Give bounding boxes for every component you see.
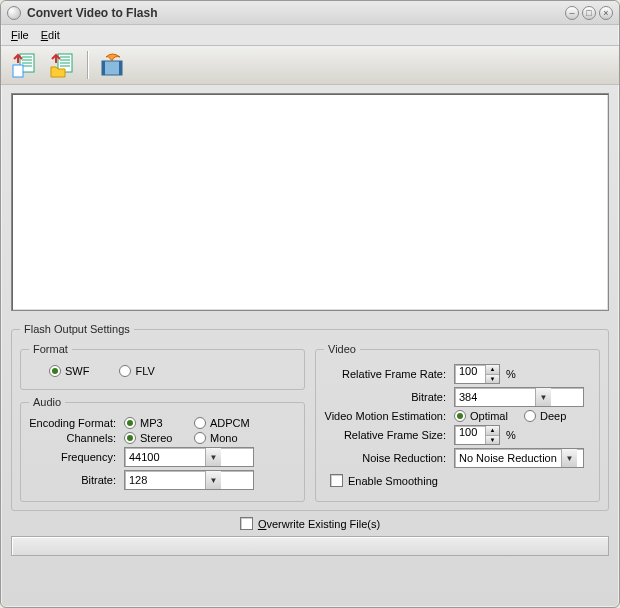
framerate-label: Relative Frame Rate: bbox=[324, 368, 454, 380]
encoding-adpcm-label: ADPCM bbox=[210, 417, 250, 429]
framerate-value: 100 bbox=[455, 365, 485, 383]
spin-down-icon[interactable]: ▼ bbox=[486, 375, 499, 384]
format-flv-label: FLV bbox=[135, 365, 154, 377]
svg-rect-5 bbox=[13, 65, 23, 77]
app-window: Convert Video to Flash – □ × File Edit bbox=[0, 0, 620, 608]
add-file-button[interactable] bbox=[9, 49, 41, 81]
output-settings-legend: Flash Output Settings bbox=[20, 323, 134, 335]
encoding-mp3-label: MP3 bbox=[140, 417, 163, 429]
spin-up-icon[interactable]: ▲ bbox=[486, 365, 499, 375]
motion-deep-label: Deep bbox=[540, 410, 566, 422]
add-file-icon bbox=[11, 51, 39, 79]
framesize-spinner[interactable]: 100 ▲▼ bbox=[454, 425, 500, 445]
window-buttons: – □ × bbox=[565, 6, 613, 20]
chevron-down-icon[interactable]: ▼ bbox=[535, 388, 551, 406]
audio-legend: Audio bbox=[29, 396, 65, 408]
motion-optimal-radio[interactable]: Optimal bbox=[454, 410, 524, 422]
format-swf-label: SWF bbox=[65, 365, 89, 377]
radio-icon bbox=[119, 365, 131, 377]
checkbox-icon bbox=[330, 474, 343, 487]
radio-icon bbox=[194, 432, 206, 444]
motion-deep-radio[interactable]: Deep bbox=[524, 410, 566, 422]
close-button[interactable]: × bbox=[599, 6, 613, 20]
format-legend: Format bbox=[29, 343, 72, 355]
framesize-value: 100 bbox=[455, 426, 485, 444]
framerate-spinner[interactable]: 100 ▲▼ bbox=[454, 364, 500, 384]
chevron-down-icon[interactable]: ▼ bbox=[205, 448, 221, 466]
overwrite-label: Overwrite Existing File(s) bbox=[258, 518, 380, 530]
checkbox-icon bbox=[240, 517, 253, 530]
svg-rect-14 bbox=[102, 61, 105, 75]
output-settings-group: Flash Output Settings Format SWF FLV bbox=[11, 323, 609, 511]
format-flv-radio[interactable]: FLV bbox=[119, 365, 154, 377]
radio-icon bbox=[524, 410, 536, 422]
menu-edit-rest: dit bbox=[48, 29, 60, 41]
add-folder-icon bbox=[49, 51, 77, 79]
framesize-label: Relative Frame Size: bbox=[324, 429, 454, 441]
overwrite-checkbox[interactable]: Overwrite Existing File(s) bbox=[240, 517, 380, 530]
app-icon bbox=[7, 6, 21, 20]
audio-bitrate-select[interactable]: 128 ▼ bbox=[124, 470, 254, 490]
radio-icon bbox=[194, 417, 206, 429]
content-area: Flash Output Settings Format SWF FLV bbox=[1, 85, 619, 607]
chevron-down-icon[interactable]: ▼ bbox=[561, 449, 577, 467]
video-bitrate-label: Bitrate: bbox=[324, 391, 454, 403]
window-title: Convert Video to Flash bbox=[27, 6, 565, 20]
radio-icon bbox=[124, 432, 136, 444]
chevron-down-icon[interactable]: ▼ bbox=[205, 471, 221, 489]
frequency-value: 44100 bbox=[125, 451, 205, 463]
channels-mono-radio[interactable]: Mono bbox=[194, 432, 238, 444]
noise-label: Noise Reduction: bbox=[324, 452, 454, 464]
channels-stereo-label: Stereo bbox=[140, 432, 172, 444]
menu-edit[interactable]: Edit bbox=[37, 27, 64, 43]
video-group: Video Relative Frame Rate: 100 ▲▼ % Bitr… bbox=[315, 343, 600, 502]
video-legend: Video bbox=[324, 343, 360, 355]
convert-icon bbox=[98, 51, 126, 79]
spin-down-icon[interactable]: ▼ bbox=[486, 436, 499, 445]
motion-optimal-label: Optimal bbox=[470, 410, 508, 422]
video-bitrate-value: 384 bbox=[455, 391, 535, 403]
radio-icon bbox=[454, 410, 466, 422]
channels-label: Channels: bbox=[29, 432, 124, 444]
status-bar bbox=[11, 536, 609, 556]
frequency-label: Frequency: bbox=[29, 451, 124, 463]
radio-icon bbox=[49, 365, 61, 377]
framerate-unit: % bbox=[500, 368, 516, 380]
spin-up-icon[interactable]: ▲ bbox=[486, 426, 499, 436]
titlebar[interactable]: Convert Video to Flash – □ × bbox=[1, 1, 619, 25]
format-swf-radio[interactable]: SWF bbox=[49, 365, 89, 377]
format-group: Format SWF FLV bbox=[20, 343, 305, 390]
minimize-button[interactable]: – bbox=[565, 6, 579, 20]
left-column: Format SWF FLV bbox=[20, 343, 305, 502]
encoding-mp3-radio[interactable]: MP3 bbox=[124, 417, 194, 429]
smoothing-label: Enable Smoothing bbox=[348, 475, 438, 487]
audio-bitrate-label: Bitrate: bbox=[29, 474, 124, 486]
svg-rect-15 bbox=[119, 61, 122, 75]
noise-value: No Noise Reduction bbox=[455, 452, 561, 464]
channels-stereo-radio[interactable]: Stereo bbox=[124, 432, 194, 444]
channels-mono-label: Mono bbox=[210, 432, 238, 444]
right-column: Video Relative Frame Rate: 100 ▲▼ % Bitr… bbox=[315, 343, 600, 502]
maximize-button[interactable]: □ bbox=[582, 6, 596, 20]
encoding-label: Encoding Format: bbox=[29, 417, 124, 429]
add-folder-button[interactable] bbox=[47, 49, 79, 81]
video-bitrate-select[interactable]: 384 ▼ bbox=[454, 387, 584, 407]
framesize-unit: % bbox=[500, 429, 516, 441]
frequency-select[interactable]: 44100 ▼ bbox=[124, 447, 254, 467]
smoothing-checkbox[interactable]: Enable Smoothing bbox=[330, 474, 438, 487]
menu-file[interactable]: File bbox=[7, 27, 33, 43]
toolbar bbox=[1, 45, 619, 85]
encoding-adpcm-radio[interactable]: ADPCM bbox=[194, 417, 250, 429]
file-list[interactable] bbox=[11, 93, 609, 311]
convert-button[interactable] bbox=[96, 49, 128, 81]
overwrite-row: Overwrite Existing File(s) bbox=[11, 511, 609, 536]
toolbar-separator bbox=[87, 51, 88, 79]
motion-label: Video Motion Estimation: bbox=[324, 410, 454, 422]
audio-bitrate-value: 128 bbox=[125, 474, 205, 486]
audio-group: Audio Encoding Format: MP3 ADPCM bbox=[20, 396, 305, 502]
menubar: File Edit bbox=[1, 25, 619, 45]
noise-select[interactable]: No Noise Reduction ▼ bbox=[454, 448, 584, 468]
menu-file-rest: ile bbox=[18, 29, 29, 41]
radio-icon bbox=[124, 417, 136, 429]
